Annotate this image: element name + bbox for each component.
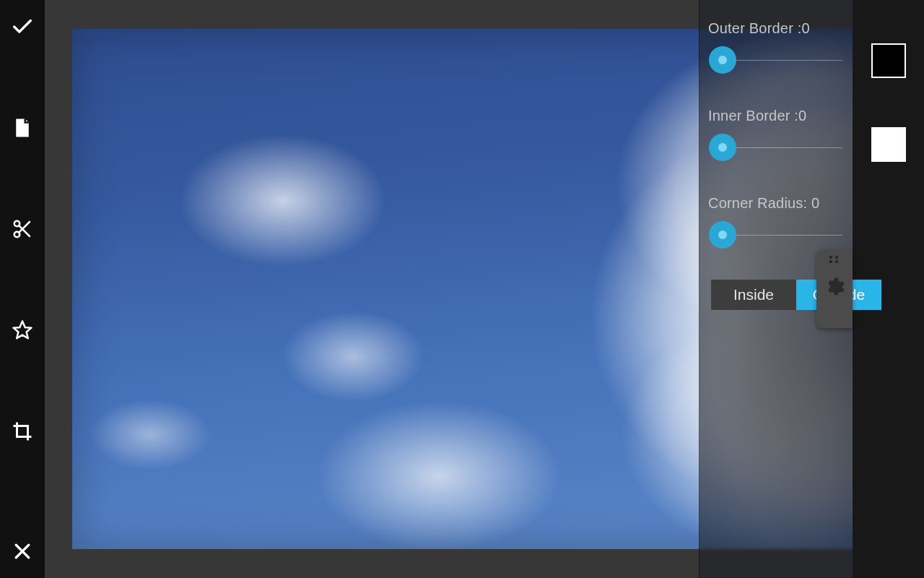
svg-marker-4 bbox=[14, 322, 32, 339]
corner-radius-slider[interactable] bbox=[708, 220, 842, 249]
check-icon bbox=[10, 14, 35, 39]
scissors-icon bbox=[12, 218, 33, 240]
page-icon bbox=[12, 117, 33, 139]
gear-icon bbox=[824, 276, 845, 298]
outer-border-slider[interactable] bbox=[708, 46, 842, 74]
effects-tool-button[interactable] bbox=[0, 308, 45, 353]
star-icon bbox=[12, 319, 33, 341]
close-icon bbox=[12, 540, 33, 562]
inner-border-group: Inner Border :0 bbox=[708, 108, 842, 162]
drag-grip-icon bbox=[829, 256, 840, 263]
settings-drawer-handle[interactable] bbox=[816, 250, 853, 328]
inner-border-slider[interactable] bbox=[708, 133, 842, 162]
page-tool-button[interactable] bbox=[0, 105, 45, 150]
outer-border-group: Outer Border :0 bbox=[708, 20, 842, 74]
corner-radius-group: Corner Radius: 0 bbox=[708, 195, 842, 249]
inner-border-slider-thumb[interactable] bbox=[709, 134, 736, 161]
border-color-white-swatch[interactable] bbox=[871, 127, 906, 162]
close-button[interactable] bbox=[0, 529, 45, 574]
inner-border-label: Inner Border :0 bbox=[708, 108, 842, 124]
toggle-inside[interactable]: Inside bbox=[711, 280, 796, 310]
crop-icon bbox=[12, 420, 33, 442]
corner-radius-label: Corner Radius: 0 bbox=[708, 195, 842, 212]
outer-border-slider-thumb[interactable] bbox=[709, 46, 736, 74]
confirm-button[interactable] bbox=[0, 4, 45, 49]
corner-radius-slider-thumb[interactable] bbox=[709, 221, 736, 249]
border-color-black-swatch[interactable] bbox=[871, 43, 906, 78]
cut-tool-button[interactable] bbox=[0, 207, 45, 251]
left-toolbar bbox=[0, 0, 45, 578]
crop-tool-button[interactable] bbox=[0, 409, 45, 454]
border-placement-toggle: Inside Outside bbox=[711, 280, 881, 310]
outer-border-label: Outer Border :0 bbox=[708, 20, 842, 37]
